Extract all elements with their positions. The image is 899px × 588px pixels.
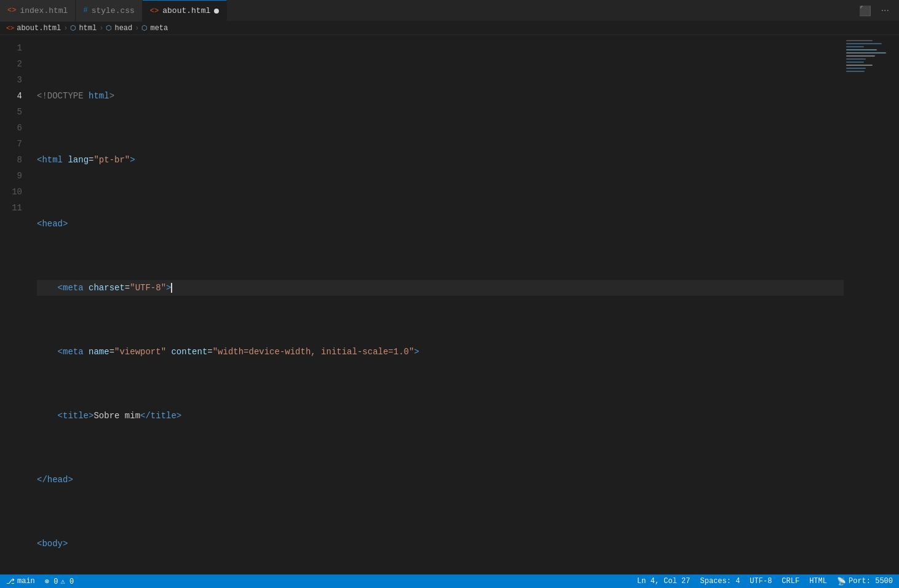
line-num-11: 11 — [0, 200, 22, 216]
unsaved-dot — [214, 9, 219, 14]
tab-label: about.html — [162, 6, 210, 15]
scrollbar[interactable] — [893, 35, 899, 574]
html-icon: <> — [7, 6, 16, 15]
line-numbers: 1 2 3 4 5 6 7 8 9 10 11 — [0, 35, 32, 574]
cursor-position[interactable]: Ln 4, Col 27 — [637, 577, 690, 586]
line-num-9: 9 — [0, 168, 22, 184]
line-num-3: 3 — [0, 72, 22, 88]
line-num-4: 4 — [0, 88, 22, 104]
minimap[interactable] — [844, 35, 893, 574]
encoding[interactable]: UTF-8 — [750, 577, 772, 586]
error-count[interactable]: ⊗ 0 ⚠ 0 — [45, 577, 74, 586]
line-num-7: 7 — [0, 136, 22, 152]
breadcrumb-meta[interactable]: ⬡ meta — [141, 24, 168, 33]
breadcrumb-sep-2: › — [99, 24, 103, 33]
code-line-7: </head> — [37, 472, 844, 488]
breadcrumb-sep-3: › — [135, 24, 139, 33]
line-num-8: 8 — [0, 152, 22, 168]
live-server-port[interactable]: 📡 Port: 5500 — [837, 577, 893, 586]
tag-icon: ⬡ — [70, 24, 76, 32]
breadcrumb: <> about.html › ⬡ html › ⬡ head › ⬡ meta — [0, 22, 899, 35]
code-line-4: <meta charset="UTF-8"> — [37, 280, 844, 296]
tab-index-html[interactable]: <> index.html — [0, 0, 76, 22]
git-icon: ⎇ — [6, 577, 15, 586]
line-ending[interactable]: CRLF — [782, 577, 799, 586]
broadcast-icon: 📡 — [837, 577, 846, 586]
editor: 1 2 3 4 5 6 7 8 9 10 11 <!DOCTYPE html> … — [0, 35, 899, 574]
line-num-6: 6 — [0, 120, 22, 136]
tab-label: style.css — [92, 6, 135, 15]
breadcrumb-html[interactable]: ⬡ html — [70, 24, 97, 33]
code-line-1: <!DOCTYPE html> — [37, 88, 844, 104]
code-line-2: <html lang="pt-br"> — [37, 152, 844, 168]
language-mode[interactable]: HTML — [809, 577, 827, 586]
css-icon: # — [83, 6, 87, 15]
code-line-5: <meta name="viewport" content="width=dev… — [37, 344, 844, 360]
tab-label: index.html — [20, 6, 68, 15]
breadcrumb-head[interactable]: ⬡ head — [106, 24, 132, 33]
line-num-2: 2 — [0, 56, 22, 72]
code-line-6: <title>Sobre mim</title> — [37, 408, 844, 424]
git-branch[interactable]: ⎇ main — [6, 577, 35, 586]
code-line-8: <body> — [37, 536, 844, 552]
status-bar: ⎇ main ⊗ 0 ⚠ 0 Ln 4, Col 27 Spaces: 4 UT… — [0, 574, 899, 588]
code-editor[interactable]: <!DOCTYPE html> <html lang="pt-br"> <hea… — [32, 35, 844, 574]
line-num-10: 10 — [0, 184, 22, 200]
tag-icon: ⬡ — [106, 24, 112, 32]
line-num-1: 1 — [0, 40, 22, 56]
spacing[interactable]: Spaces: 4 — [700, 577, 740, 586]
status-right: Ln 4, Col 27 Spaces: 4 UTF-8 CRLF HTML 📡… — [637, 577, 893, 586]
tab-bar: <> index.html # style.css <> about.html … — [0, 0, 899, 22]
breadcrumb-about-html[interactable]: <> about.html — [6, 24, 61, 33]
tab-bar-actions: ⬛ ··· — [857, 4, 899, 18]
code-line-3: <head> — [37, 216, 844, 232]
html-icon: <> — [6, 25, 14, 32]
tag-icon: ⬡ — [141, 24, 148, 32]
tab-style-css[interactable]: # style.css — [76, 0, 142, 22]
split-editor-button[interactable]: ⬛ — [857, 4, 874, 18]
text-cursor — [171, 283, 172, 293]
more-actions-button[interactable]: ··· — [879, 4, 892, 17]
html-icon: <> — [150, 7, 159, 15]
line-num-5: 5 — [0, 104, 22, 120]
tab-about-html[interactable]: <> about.html — [143, 0, 227, 22]
breadcrumb-sep-1: › — [63, 24, 68, 33]
